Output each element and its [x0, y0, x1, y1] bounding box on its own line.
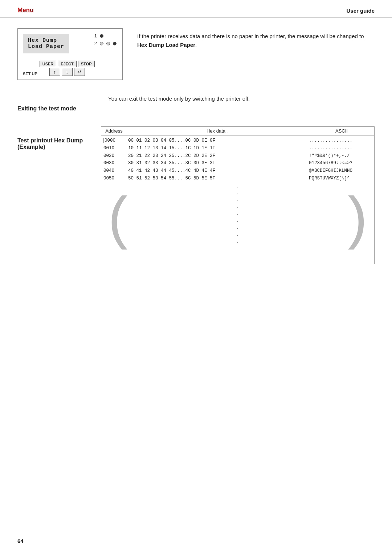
- printer-section: Hex Dump Load Paper 1 2 SET: [17, 28, 375, 80]
- hex-ascii-4: @ABCDEFGHIJKLMNO: [309, 167, 374, 174]
- hex-data-0: 00 01 02 03 04 05....0C 0D 0E 0F: [127, 137, 309, 144]
- right-bracket-wrap: ): [339, 182, 373, 262]
- hexdump-dots-area: ( ) · · · · · · · ·: [101, 182, 374, 262]
- led-indicators: 1 2: [94, 33, 117, 46]
- hex-data-5: 50 51 52 53 54 55....5C 5D 5E 5F: [127, 175, 309, 182]
- exit-section: Exiting the test mode You can exit the t…: [17, 94, 375, 116]
- display-line2: Load Paper: [28, 44, 64, 50]
- hex-ascii-1: ................: [309, 145, 374, 152]
- dot-9: ·: [101, 239, 374, 246]
- dot-5: ·: [101, 211, 374, 218]
- footer-rule: [0, 533, 392, 533]
- printer-display: Hex Dump Load Paper: [23, 34, 69, 53]
- hexdump-section: Test printout Hex Dump (Example) Address…: [17, 126, 375, 264]
- printer-diagram: Hex Dump Load Paper 1 2 SET: [17, 28, 123, 80]
- hex-addr-0: 0000: [101, 137, 127, 144]
- dots-container: · · · · · · · · ·: [101, 182, 374, 246]
- exit-heading: Exiting the test mode: [17, 94, 94, 116]
- hexdump-heading-line1: Test printout Hex Dump: [17, 137, 83, 143]
- table-row: 0050 50 51 52 53 54 55....5C 5D 5E 5F PQ…: [101, 175, 374, 182]
- hex-data-2: 20 21 22 23 24 25....2C 2D 2E 2F: [127, 153, 309, 159]
- col-hex-label: Hex data: [207, 128, 225, 134]
- led-2c: [113, 42, 117, 45]
- hex-addr-5: 0050: [101, 175, 127, 182]
- page-header: Menu User guide: [0, 0, 392, 17]
- table-row: 0040 40 41 42 43 44 45....4C 4D 4E 4F @A…: [101, 167, 374, 175]
- table-row: 0020 20 21 22 23 24 25....2C 2D 2E 2F !"…: [101, 152, 374, 160]
- dot-2: ·: [101, 191, 374, 198]
- col-address-header: Address: [101, 128, 127, 134]
- page-number: 64: [17, 538, 24, 544]
- down-arrow-button[interactable]: ↓: [62, 68, 73, 76]
- hex-ascii-3: 0123456789:;<=>?: [309, 160, 374, 167]
- hex-data-3: 30 31 32 33 34 35....3C 3D 3E 3F: [127, 160, 309, 167]
- dot-7: ·: [101, 225, 374, 232]
- setup-label: SET UP: [23, 72, 37, 76]
- led-2b: [106, 42, 110, 45]
- dot-8: ·: [101, 232, 374, 239]
- arrow-button-row: ↑ ↓ ↵: [49, 68, 85, 76]
- guide-label: User guide: [346, 8, 375, 14]
- eject-button[interactable]: EJECT: [58, 61, 76, 67]
- main-content: Hex Dump Load Paper 1 2 SET: [0, 17, 392, 281]
- enter-arrow-button[interactable]: ↵: [74, 68, 85, 76]
- hex-ascii-5: PQRSTUVWXYZ[\]^_: [309, 175, 374, 182]
- hex-addr-1: 0010: [101, 145, 127, 152]
- led-2a: [100, 42, 103, 45]
- display-line1: Hex Dump: [28, 37, 64, 44]
- button-row: USER EJECT STOP: [40, 61, 95, 67]
- hexdump-table: Address Hex data ↓ ASCII 0000 00 01 02 0…: [101, 126, 375, 264]
- hexdump-heading: Test printout Hex Dump (Example): [17, 137, 94, 150]
- hexdump-heading-line2: (Example): [17, 144, 45, 150]
- hex-addr-2: 0020: [101, 153, 127, 159]
- dot-6: ·: [101, 218, 374, 225]
- user-button[interactable]: USER: [40, 61, 57, 67]
- hex-addr-4: 0040: [101, 167, 127, 174]
- hex-ascii-0: ................: [309, 137, 374, 144]
- printer-description: If the printer receives data and there i…: [137, 28, 375, 49]
- arrow-indicator: ↓: [227, 129, 229, 134]
- hex-ascii-2: !"#$%&'()*+,-./: [309, 153, 374, 159]
- exit-heading-text: Exiting the test mode: [17, 105, 94, 112]
- dot-1: ·: [101, 184, 374, 191]
- col-ascii-header: ASCII: [309, 128, 374, 134]
- led-num-1: 1: [94, 33, 97, 39]
- led-row-2: 2: [94, 41, 117, 46]
- led-1: [100, 34, 103, 38]
- hex-data-4: 40 41 42 43 44 45....4C 4D 4E 4F: [127, 167, 309, 174]
- hexdump-label: Test printout Hex Dump (Example): [17, 126, 94, 264]
- left-bracket-icon: (: [102, 193, 137, 251]
- setup-area: SET UP: [23, 72, 37, 76]
- hex-data-1: 10 11 12 13 14 15....1C 1D 1E 1F: [127, 145, 309, 152]
- led-row-1: 1: [94, 33, 117, 39]
- stop-button[interactable]: STOP: [78, 61, 95, 67]
- table-row: 0010 10 11 12 13 14 15....1C 1D 1E 1F ..…: [101, 145, 374, 152]
- right-bracket-icon: ): [339, 193, 373, 251]
- table-row: 0000 00 01 02 03 04 05....0C 0D 0E 0F ..…: [101, 137, 374, 145]
- exit-body: You can exit the test mode only by switc…: [108, 94, 375, 116]
- dot-4: ·: [101, 204, 374, 211]
- hexdump-table-header: Address Hex data ↓ ASCII: [101, 127, 374, 135]
- page-footer: 64: [17, 538, 24, 544]
- table-row: 0030 30 31 32 33 34 35....3C 3D 3E 3F 01…: [101, 159, 374, 167]
- left-bracket-wrap: (: [102, 182, 137, 262]
- hex-addr-3: 0030: [101, 160, 127, 167]
- hexdump-table-body: 0000 00 01 02 03 04 05....0C 0D 0E 0F ..…: [101, 135, 374, 264]
- up-arrow-button[interactable]: ↑: [49, 68, 60, 76]
- menu-label: Menu: [17, 7, 33, 14]
- led-num-2: 2: [94, 41, 97, 46]
- bold-phrase: Hex Dump Load Paper: [137, 42, 195, 48]
- dot-3: ·: [101, 198, 374, 204]
- col-hex-header: Hex data ↓: [127, 128, 309, 134]
